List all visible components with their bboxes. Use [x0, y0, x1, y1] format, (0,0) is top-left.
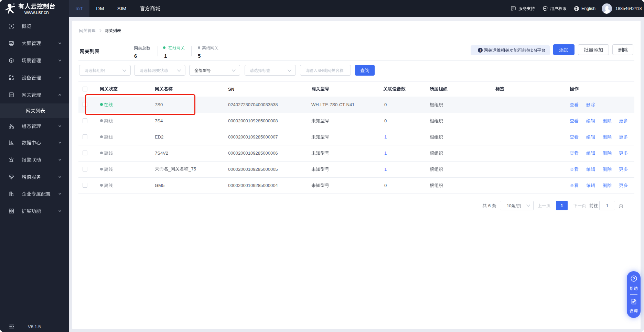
svg-text:i: i — [480, 48, 481, 52]
svg-text:?: ? — [633, 277, 635, 281]
